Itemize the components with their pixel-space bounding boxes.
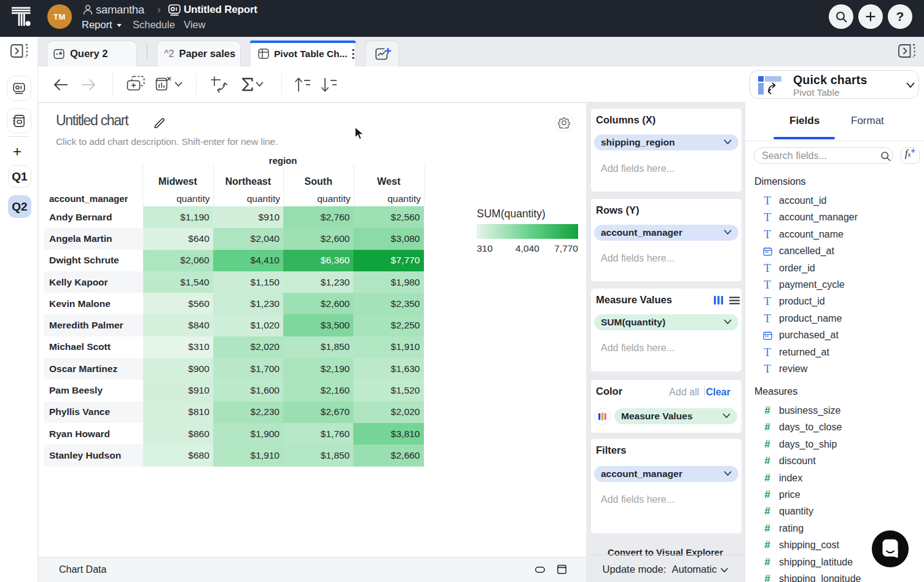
svg-text:*: * bbox=[59, 49, 63, 59]
